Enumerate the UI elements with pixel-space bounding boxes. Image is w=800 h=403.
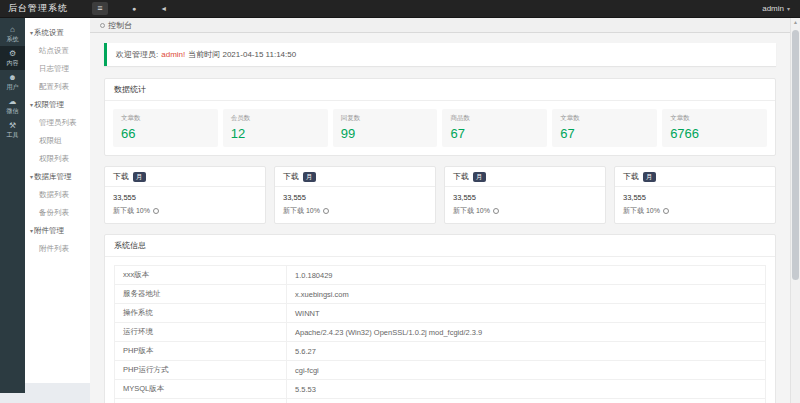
caret-down-icon: ▾ <box>30 174 33 180</box>
download-card: 下载 月 33,555 新下载 10% <box>614 166 776 224</box>
icon-rail: ⌂ 系统 ⚙ 内容 ☻ 用户 ☁ 微信 ⚒ 工具 <box>0 18 25 393</box>
download-card: 下载 月 33,555 新下载 10% <box>444 166 606 224</box>
circle-icon[interactable]: ● <box>132 5 136 12</box>
gear-icon: ⚙ <box>9 50 16 58</box>
submenu-item-site-settings[interactable]: 站点设置 <box>25 42 90 60</box>
sysinfo-table: xxx版本 1.0.180429 服务器地址 x.xuebingsi.com 操… <box>114 265 766 403</box>
username: admin <box>762 4 784 13</box>
table-row: 操作系统 WINNT <box>115 304 766 323</box>
sidebar-toggle-button[interactable]: ≡ <box>92 2 108 15</box>
stat-box-replies: 回复数 99 <box>333 109 438 147</box>
new-download-text: 新下载 10% <box>113 206 150 216</box>
user-icon: ☻ <box>8 74 16 82</box>
welcome-time: 当前时间 2021-04-15 11:14:50 <box>188 50 296 59</box>
new-download-text: 新下载 10% <box>283 206 320 216</box>
caret-down-icon: ▾ <box>30 30 33 36</box>
download-card: 下载 月 33,555 新下载 10% <box>274 166 436 224</box>
rail-item-content[interactable]: ⚙ 内容 <box>0 46 25 70</box>
rail-item-system[interactable]: ⌂ 系统 <box>0 22 25 46</box>
radio-circle-icon <box>100 23 105 28</box>
submenu-item-perm-group[interactable]: 权限组 <box>25 132 90 150</box>
stat-box-articles-2: 文章数 67 <box>552 109 657 147</box>
submenu-item-config-list[interactable]: 配置列表 <box>25 78 90 96</box>
download-cards-row: 下载 月 33,555 新下载 10% 下载 月 33,555 <box>104 166 776 224</box>
sidebar-submenu: ▾系统设置 站点设置 日志管理 配置列表 ▾权限管理 管理员列表 权限组 权限列… <box>25 18 90 383</box>
download-count: 33,555 <box>623 193 767 202</box>
table-row: xxx版本 1.0.180429 <box>115 266 766 285</box>
chevron-down-icon: ▾ <box>787 5 790 12</box>
trend-circle-icon <box>493 208 499 214</box>
submenu-item-data-list[interactable]: 数据列表 <box>25 186 90 204</box>
stats-panel: 数据统计 文章数 66 会员数 12 回复数 99 商品数 67 <box>104 78 776 156</box>
download-card-title: 下载 <box>113 171 129 182</box>
rail-item-tools[interactable]: ⚒ 工具 <box>0 118 25 142</box>
trend-circle-icon <box>153 208 159 214</box>
submenu-item-attachment-list[interactable]: 附件列表 <box>25 240 90 258</box>
submenu-item-backup-list[interactable]: 备份列表 <box>25 204 90 222</box>
table-row: 运行环境 Apache/2.4.23 (Win32) OpenSSL/1.0.2… <box>115 323 766 342</box>
rail-item-wechat[interactable]: ☁ 微信 <box>0 94 25 118</box>
wrench-icon: ⚒ <box>9 122 16 130</box>
stat-box-products: 商品数 67 <box>442 109 547 147</box>
month-badge: 月 <box>473 172 486 182</box>
table-row: 服务器地址 x.xuebingsi.com <box>115 285 766 304</box>
welcome-admin-name: admin! <box>161 50 185 59</box>
download-card: 下载 月 33,555 新下载 10% <box>104 166 266 224</box>
scroll-up-icon[interactable]: ▲ <box>791 18 800 26</box>
cloud-icon: ☁ <box>9 98 17 106</box>
submenu-item-perm-list[interactable]: 权限列表 <box>25 150 90 168</box>
stat-box-articles-3: 文章数 6766 <box>662 109 767 147</box>
sysinfo-panel-title: 系统信息 <box>105 235 775 257</box>
tab-console[interactable]: 控制台 <box>90 18 142 32</box>
month-badge: 月 <box>303 172 316 182</box>
download-count: 33,555 <box>113 193 257 202</box>
table-row: ThinkPHP 5.0.18 <box>115 399 766 403</box>
scrollbar-thumb[interactable] <box>792 30 799 280</box>
submenu-group-system-settings[interactable]: ▾系统设置 <box>25 24 90 42</box>
tab-bar: 控制台 <box>90 18 790 33</box>
month-badge: 月 <box>643 172 656 182</box>
caret-down-icon: ▾ <box>30 228 33 234</box>
download-card-title: 下载 <box>623 171 639 182</box>
download-card-title: 下载 <box>453 171 469 182</box>
submenu-group-database[interactable]: ▾数据库管理 <box>25 168 90 186</box>
submenu-group-attachments[interactable]: ▾附件管理 <box>25 222 90 240</box>
home-icon: ⌂ <box>10 26 15 34</box>
app-title: 后台管理系统 <box>0 2 86 15</box>
user-menu[interactable]: admin ▾ <box>762 4 790 13</box>
megaphone-icon[interactable]: ◄ <box>160 5 167 12</box>
trend-circle-icon <box>663 208 669 214</box>
trend-circle-icon <box>323 208 329 214</box>
main-area: 控制台 欢迎管理员:admin!当前时间 2021-04-15 11:14:50… <box>90 18 790 403</box>
stat-box-members: 会员数 12 <box>223 109 328 147</box>
submenu-item-log-manage[interactable]: 日志管理 <box>25 60 90 78</box>
download-card-title: 下载 <box>283 171 299 182</box>
submenu-group-permissions[interactable]: ▾权限管理 <box>25 96 90 114</box>
hamburger-icon: ≡ <box>97 4 102 13</box>
month-badge: 月 <box>133 172 146 182</box>
new-download-text: 新下载 10% <box>623 206 660 216</box>
caret-down-icon: ▾ <box>30 102 33 108</box>
rail-item-users[interactable]: ☻ 用户 <box>0 70 25 94</box>
topbar: 后台管理系统 ≡ ● ◄ admin ▾ <box>0 0 800 18</box>
download-count: 33,555 <box>283 193 427 202</box>
sysinfo-panel: 系统信息 xxx版本 1.0.180429 服务器地址 x.xuebingsi.… <box>104 234 776 403</box>
stats-body: 文章数 66 会员数 12 回复数 99 商品数 67 文章数 67 <box>105 101 775 155</box>
stat-box-articles: 文章数 66 <box>113 109 218 147</box>
vertical-scrollbar[interactable]: ▲ <box>790 18 800 403</box>
stats-panel-title: 数据统计 <box>105 79 775 101</box>
welcome-prefix: 欢迎管理员: <box>116 50 158 59</box>
download-count: 33,555 <box>453 193 597 202</box>
table-row: PHP版本 5.6.27 <box>115 342 766 361</box>
new-download-text: 新下载 10% <box>453 206 490 216</box>
table-row: MYSQL版本 5.5.53 <box>115 380 766 399</box>
content: 欢迎管理员:admin!当前时间 2021-04-15 11:14:50 数据统… <box>90 33 790 403</box>
welcome-banner: 欢迎管理员:admin!当前时间 2021-04-15 11:14:50 <box>104 43 776 66</box>
table-row: PHP运行方式 cgi-fcgi <box>115 361 766 380</box>
submenu-item-admin-list[interactable]: 管理员列表 <box>25 114 90 132</box>
